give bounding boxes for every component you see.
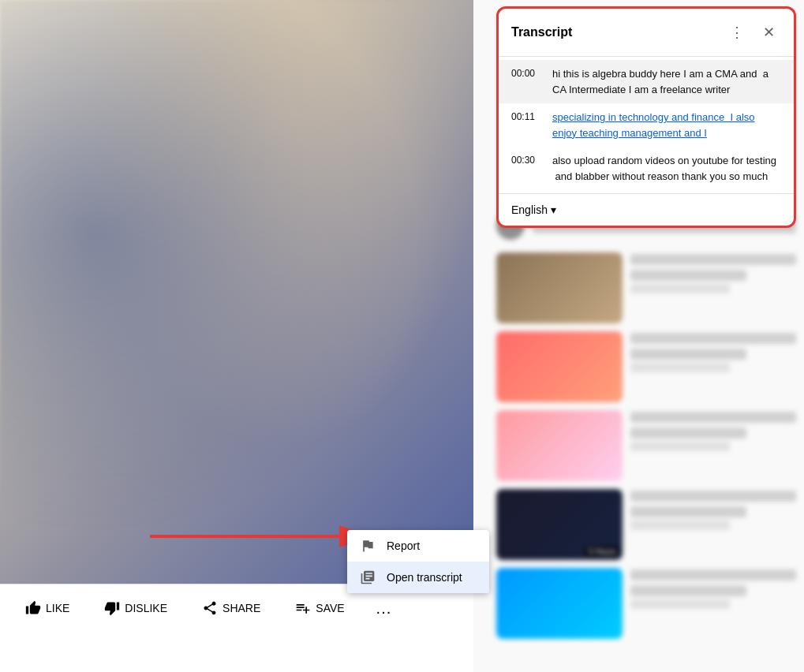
transcript-footer[interactable]: English ▾ [499, 193, 794, 226]
rec-title-short-2 [630, 349, 746, 360]
rec-item-4[interactable]: 5 Hours [496, 489, 796, 560]
like-label: LIKE [46, 602, 69, 614]
highlighted-text-1: specializing in technology and finance I… [552, 111, 755, 139]
rec-thumb-wrapper-5 [496, 568, 623, 639]
rec-meta-3 [630, 442, 730, 451]
transcript-entry-1[interactable]: 00:11 specializing in technology and fin… [499, 103, 794, 147]
chevron-down-icon: ▾ [551, 203, 556, 216]
transcript-entry-2[interactable]: 00:30 also upload random videos on youtu… [499, 147, 794, 190]
dislike-label: DISLIKE [125, 602, 167, 614]
transcript-time-2: 00:30 [511, 153, 540, 184]
open-transcript-label: Open transcript [387, 571, 462, 584]
rec-thumb-wrapper-1 [496, 252, 623, 323]
transcript-entries: 00:00 hi this is algebra buddy here I am… [499, 57, 794, 193]
transcript-entry-0[interactable]: 00:00 hi this is algebra buddy here I am… [499, 60, 794, 103]
share-icon [202, 600, 218, 616]
transcript-header-actions: ⋮ ✕ [724, 20, 781, 45]
rec-info-3 [630, 410, 796, 481]
transcript-panel: Transcript ⋮ ✕ 00:00 hi this is algebra … [496, 6, 796, 228]
transcript-time-1: 00:11 [511, 110, 540, 140]
rec-thumbnail-3 [496, 410, 623, 481]
rec-meta-4 [630, 521, 730, 530]
transcript-more-button[interactable]: ⋮ [724, 20, 750, 45]
transcript-text-1: specializing in technology and finance I… [552, 110, 781, 140]
rec-title-5 [630, 569, 796, 581]
rec-title-4 [630, 491, 796, 502]
save-label: SAVE [316, 602, 344, 614]
duration-badge-4: 5 Hours [585, 547, 619, 557]
flag-icon [360, 538, 376, 554]
like-icon [25, 600, 41, 616]
transcript-text-2: also upload random videos on youtube for… [552, 153, 781, 184]
transcript-title: Transcript [511, 25, 572, 39]
context-menu-report[interactable]: Report [347, 530, 489, 562]
rec-thumbnail-5 [496, 568, 623, 639]
share-label: SHARE [223, 602, 260, 614]
right-sidebar: Transcript ⋮ ✕ 00:00 hi this is algebra … [488, 0, 804, 672]
share-button[interactable]: SHARE [193, 594, 270, 622]
rec-thumbnail-2 [496, 331, 623, 402]
close-icon: ✕ [763, 24, 775, 41]
rec-thumbnail-1 [496, 252, 623, 323]
video-controls-bar: LIKE DISLIKE SHARE SAVE ... [0, 584, 473, 672]
rec-meta-1 [630, 284, 730, 293]
dislike-button[interactable]: DISLIKE [95, 594, 177, 622]
rec-title-short-4 [630, 506, 746, 517]
rec-title-1 [630, 254, 796, 265]
rec-title-short-1 [630, 270, 746, 281]
video-content [0, 0, 473, 584]
transcript-text-0: hi this is algebra buddy here I am a CMA… [552, 66, 781, 97]
save-button[interactable]: SAVE [286, 594, 353, 622]
rec-item-2[interactable] [496, 331, 796, 402]
rec-title-short-5 [630, 585, 746, 596]
more-options-button[interactable]: ... [370, 593, 398, 624]
rec-title-3 [630, 412, 796, 423]
context-menu-open-transcript[interactable]: Open transcript [347, 562, 489, 593]
sidebar-recommendations: 5 Hours [496, 205, 796, 672]
video-player[interactable] [0, 0, 473, 584]
language-selector[interactable]: English ▾ [511, 203, 556, 216]
report-label: Report [387, 539, 420, 552]
transcript-time-0: 00:00 [511, 66, 540, 97]
dislike-icon [104, 600, 120, 616]
transcript-header: Transcript ⋮ ✕ [499, 9, 794, 57]
transcript-icon [360, 569, 376, 585]
save-icon [295, 600, 311, 616]
rec-thumb-wrapper-4: 5 Hours [496, 489, 623, 560]
rec-info-2 [630, 331, 796, 402]
rec-title-2 [630, 333, 796, 344]
rec-item-3[interactable] [496, 410, 796, 481]
more-dots: ... [376, 599, 392, 617]
rec-item-1[interactable] [496, 252, 796, 323]
rec-info-4 [630, 489, 796, 560]
rec-item-5[interactable] [496, 568, 796, 639]
rec-thumb-wrapper-3 [496, 410, 623, 481]
language-label: English [511, 203, 548, 216]
like-button[interactable]: LIKE [16, 594, 79, 622]
rec-meta-2 [630, 363, 730, 372]
rec-meta-5 [630, 599, 730, 609]
transcript-close-button[interactable]: ✕ [756, 20, 781, 45]
three-dots-icon: ⋮ [730, 24, 744, 41]
rec-info-1 [630, 252, 796, 323]
rec-info-5 [630, 568, 796, 639]
context-menu: Report Open transcript [347, 530, 489, 593]
rec-thumb-wrapper-2 [496, 331, 623, 402]
rec-title-short-3 [630, 427, 746, 439]
